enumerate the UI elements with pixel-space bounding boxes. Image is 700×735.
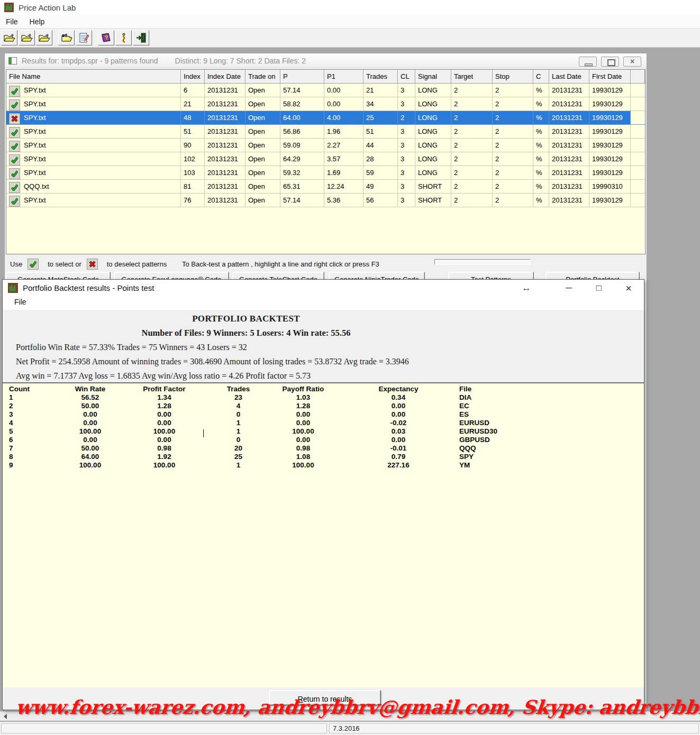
status-bar: 7.3.2016 (0, 722, 700, 735)
table-row[interactable]: QQQ.txt8120131231Open65.3112.24493SHORT2… (6, 180, 645, 194)
minimize-button[interactable] (579, 57, 597, 67)
cell: 2 (493, 97, 533, 111)
bt-cell: DIA (459, 393, 644, 402)
cell: % (533, 166, 549, 180)
edit-code-button[interactable] (76, 30, 92, 45)
minimize-button[interactable]: ─ (561, 281, 577, 296)
bt-cell: GBPUSD (459, 436, 644, 444)
column-header-index[interactable]: Index (181, 70, 205, 84)
cell: 2 (493, 125, 533, 139)
maximize-button[interactable] (601, 57, 619, 67)
select-check-icon[interactable] (9, 127, 20, 138)
cell: 1.69 (324, 166, 363, 180)
help-book-icon: ? (101, 33, 112, 43)
scan-button[interactable] (58, 30, 75, 45)
cell: 20131231 (205, 166, 246, 180)
bt-cell: 0.00 (60, 419, 121, 427)
column-header-trade-on[interactable]: Trade on (246, 70, 280, 84)
select-check-icon[interactable] (9, 182, 20, 193)
column-header-p[interactable]: P (280, 70, 324, 84)
open-file-button[interactable] (19, 30, 35, 45)
summary-line: Net Profit = 254.5958 Amount of winning … (16, 357, 409, 366)
select-check-icon[interactable] (9, 141, 20, 152)
bt-column-header-payoff-ratio: Payoff Ratio (269, 385, 338, 393)
table-row[interactable]: SPY.txt2120131231Open58.820.00343LONG22%… (6, 97, 645, 111)
close-button[interactable]: × (621, 281, 637, 296)
app-toolbar: ? (0, 29, 700, 48)
filler-cell (631, 84, 645, 97)
column-header-target[interactable]: Target (451, 70, 493, 84)
cell: 19930129 (589, 152, 631, 166)
column-header-stop[interactable]: Stop (493, 70, 533, 84)
results-window-titlebar[interactable]: Results for: tmpdps.spr - 9 patterns fou… (5, 53, 647, 68)
exit-button[interactable] (133, 30, 149, 45)
open-file-button[interactable] (1, 30, 17, 45)
app-logo-icon (8, 283, 18, 293)
column-header-first-date[interactable]: First Date (589, 70, 631, 84)
column-header-file-name[interactable]: File Name (6, 70, 181, 84)
column-header-last-date[interactable]: Last Date (549, 70, 589, 84)
cell: 20131231 (205, 152, 246, 166)
backtest-menubar: File (3, 296, 644, 310)
column-header-p1[interactable]: P1 (324, 70, 363, 84)
cell: % (533, 152, 549, 166)
open-file-button[interactable] (36, 30, 52, 45)
table-row[interactable]: SPY.txt9020131231Open59.092.27443LONG22%… (6, 139, 645, 152)
deselect-x-icon[interactable] (9, 113, 20, 124)
app-logo-icon (4, 3, 14, 12)
backtest-hint: To Back-test a pattern , highlight a lin… (182, 260, 379, 268)
maximize-button[interactable]: □ (591, 281, 607, 296)
cell: 57.14 (280, 194, 324, 207)
bt-cell: 0.00 (60, 436, 121, 444)
cell: 56.86 (280, 125, 324, 139)
bt-cell: 100.00 (121, 461, 208, 470)
file-name-cell: QQQ.txt (6, 180, 181, 194)
cell: 19990310 (589, 180, 631, 194)
scroll-left-arrow-icon[interactable] (1, 712, 10, 720)
column-header-trades[interactable]: Trades (363, 70, 398, 84)
select-check-icon[interactable] (9, 86, 20, 97)
cell: 19930129 (589, 166, 631, 180)
cell: Open (246, 84, 280, 97)
help-button[interactable]: ? (98, 30, 114, 45)
bt-cell: QQQ (459, 444, 644, 453)
bt-cell: 0.00 (269, 410, 338, 419)
column-header-c[interactable]: C (533, 70, 549, 84)
select-check-icon[interactable] (9, 99, 20, 111)
bt-cell: 1 (208, 461, 269, 470)
column-header-signal[interactable]: Signal (415, 70, 451, 84)
menu-file[interactable]: File (14, 298, 26, 306)
toolbar-separator (52, 30, 57, 45)
backtest-window-titlebar[interactable]: Portfolio Backtest results - Points test… (3, 280, 644, 296)
bt-cell: 100.00 (121, 427, 208, 436)
menu-file[interactable]: File (0, 16, 24, 27)
column-header-cl[interactable]: CL (398, 70, 415, 84)
cell: 1.96 (324, 125, 363, 139)
bt-cell: 1 (7, 393, 60, 402)
bt-cell: 6 (7, 436, 60, 444)
select-check-icon[interactable] (9, 196, 20, 207)
info-script-icon (120, 33, 128, 43)
table-row[interactable]: SPY.txt5120131231Open56.861.96513LONG22%… (6, 125, 645, 139)
bt-cell: 4 (7, 419, 60, 427)
table-row[interactable]: SPY.txt10320131231Open59.321.69593LONG22… (6, 166, 645, 180)
resize-icon[interactable]: ↔ (519, 281, 534, 296)
file-name-cell: SPY.txt (6, 97, 181, 111)
close-button[interactable]: × (623, 57, 641, 67)
cell: 2 (451, 152, 493, 166)
table-row[interactable]: SPY.txt4820131231Open64.004.00252LONG22%… (6, 111, 645, 125)
cell: 102 (181, 152, 205, 166)
bt-cell: 2 (7, 402, 60, 410)
menu-help[interactable]: Help (24, 16, 51, 27)
table-row[interactable]: SPY.txt7620131231Open57.145.36563SHORT22… (6, 194, 645, 207)
cell: % (533, 125, 549, 139)
column-header-index-date[interactable]: Index Date (205, 70, 246, 84)
table-row[interactable]: SPY.txt10220131231Open64.293.57283LONG22… (6, 152, 645, 166)
select-check-icon[interactable] (9, 168, 20, 179)
bt-table-row: 30.000.0000.000.00ES (7, 410, 644, 419)
cell: 59 (363, 166, 398, 180)
table-row[interactable]: SPY.txt620131231Open57.140.00213LONG22%2… (6, 84, 645, 97)
info-button[interactable] (115, 30, 132, 45)
cell: 25 (363, 111, 398, 125)
select-check-icon[interactable] (9, 154, 20, 166)
